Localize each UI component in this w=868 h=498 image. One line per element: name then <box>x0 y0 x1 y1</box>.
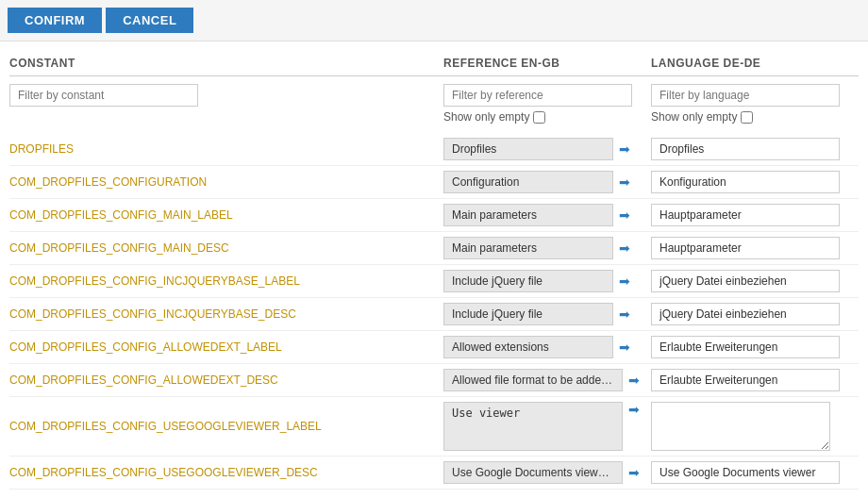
ref-cell: Include jQuery file ➡ <box>443 270 651 292</box>
table-row: COM_DROPFILES_CONFIG_USEGOOGLEVIEWER_LAB… <box>9 397 859 456</box>
constant-cell: COM_DROPFILES_CONFIG_MAIN_DESC <box>9 241 443 255</box>
constant-cell: COM_DROPFILES_CONFIG_INCJQUERYBASE_DESC <box>9 307 443 321</box>
language-input[interactable] <box>651 336 840 358</box>
table-row: COM_DROPFILES_CONFIG_ALLOWEDEXT_DESC All… <box>9 364 859 397</box>
lang-cell[interactable] <box>651 461 868 484</box>
ref-cell: Use Google Documents viewer for f… ➡ <box>443 461 651 484</box>
constant-cell: COM_DROPFILES_CONFIG_ALLOWEDEXT_DESC <box>9 374 443 387</box>
arrow-icon: ➡ <box>619 274 630 289</box>
constant-cell: COM_DROPFILES_CONFIG_USEGOOGLEVIEWER_DES… <box>9 466 443 479</box>
arrow-icon: ➡ <box>628 465 640 480</box>
filter-constant-input[interactable] <box>9 84 198 107</box>
table-row: COM_DROPFILES_CONFIG_INCJQUERYBASE_DESC … <box>9 298 859 331</box>
top-bar: CONFIRM CANCEL <box>0 0 868 42</box>
language-input[interactable] <box>651 138 840 160</box>
constant-header: CONSTANT <box>9 57 443 70</box>
table-row: COM_DROPFILES_CONFIG_MAIN_LABEL Main par… <box>9 199 859 232</box>
ref-cell: Allowed file format to be added as c… ➡ <box>443 369 651 391</box>
language-input[interactable] <box>651 237 840 259</box>
table-row: DROPFILES Dropfiles ➡ <box>9 133 859 166</box>
table-row: COM_DROPFILES_CONFIG_USEGOOGLEVIEWER_DES… <box>9 456 859 490</box>
table-row: COM_DROPFILES_CONFIG_ALLOWEDEXT_LABEL Al… <box>9 331 859 364</box>
reference-value: Use Google Documents viewer for f… <box>443 461 623 484</box>
language-input[interactable] <box>651 204 840 226</box>
lang-cell[interactable] <box>651 336 868 358</box>
language-textarea[interactable] <box>651 402 830 451</box>
reference-header: REFERENCE EN-GB <box>443 57 651 70</box>
language-header: LANGUAGE DE-DE <box>651 57 868 70</box>
constant-cell: COM_DROPFILES_CONFIG_USEGOOGLEVIEWER_LAB… <box>9 420 443 433</box>
language-input[interactable] <box>651 369 840 391</box>
constant-cell: COM_DROPFILES_CONFIGURATION <box>9 175 443 189</box>
table-row: COM_DROPFILES_CONFIG_MAIN_DESC Main para… <box>9 232 859 265</box>
arrow-icon: ➡ <box>619 208 630 223</box>
arrow-icon: ➡ <box>628 402 640 417</box>
arrow-icon: ➡ <box>619 340 630 355</box>
ref-cell: Allowed extensions ➡ <box>443 336 651 358</box>
ref-cell: Include jQuery file ➡ <box>443 303 651 325</box>
constant-cell: DROPFILES <box>9 142 443 156</box>
reference-value: Include jQuery file <box>443 270 613 292</box>
filter-reference-input[interactable] <box>443 84 632 107</box>
reference-value: Include jQuery file <box>443 303 613 325</box>
show-only-empty-ref-label: Show only empty <box>443 110 529 124</box>
show-only-empty-lang-checkbox[interactable] <box>741 111 753 124</box>
arrow-icon: ➡ <box>619 307 630 322</box>
ref-cell: Main parameters ➡ <box>443 237 651 259</box>
reference-value: Configuration <box>443 171 613 193</box>
ref-cell: Use viewer ➡ <box>443 402 651 451</box>
lang-cell[interactable] <box>651 270 868 292</box>
reference-value: Allowed file format to be added as c… <box>443 369 623 391</box>
constant-cell: COM_DROPFILES_CONFIG_MAIN_LABEL <box>9 208 443 222</box>
arrow-icon: ➡ <box>619 174 630 190</box>
constant-cell: COM_DROPFILES_CONFIG_ALLOWEDEXT_LABEL <box>9 340 443 354</box>
language-input[interactable] <box>651 461 840 484</box>
reference-textarea: Use viewer <box>443 402 623 451</box>
arrow-icon: ➡ <box>628 373 640 388</box>
ref-cell: Dropfiles ➡ <box>443 138 651 160</box>
reference-value: Main parameters <box>443 204 613 226</box>
language-input[interactable] <box>651 270 840 292</box>
show-only-empty-ref-checkbox[interactable] <box>533 111 545 124</box>
constant-cell: COM_DROPFILES_CONFIG_INCJQUERYBASE_LABEL <box>9 274 443 288</box>
filter-language-input[interactable] <box>651 84 840 107</box>
arrow-icon: ➡ <box>619 241 630 256</box>
reference-value: Dropfiles <box>443 138 613 160</box>
arrow-icon: ➡ <box>619 141 630 157</box>
lang-cell[interactable] <box>651 303 868 325</box>
table-row: COM_DROPFILES_CONFIGURATION Configuratio… <box>9 166 859 199</box>
lang-cell[interactable] <box>651 138 868 160</box>
ref-cell: Configuration ➡ <box>443 171 651 193</box>
lang-cell[interactable] <box>651 204 868 226</box>
language-input[interactable] <box>651 171 840 193</box>
lang-cell[interactable] <box>651 237 868 259</box>
reference-value: Main parameters <box>443 237 613 259</box>
table-row: COM_DROPFILES_CONFIG_INCJQUERYBASE_LABEL… <box>9 265 859 298</box>
lang-cell[interactable] <box>651 369 868 391</box>
cancel-button[interactable]: CANCEL <box>106 8 193 33</box>
show-only-empty-lang-label: Show only empty <box>651 110 737 124</box>
lang-cell[interactable] <box>651 402 868 451</box>
reference-value: Allowed extensions <box>443 336 613 358</box>
language-input[interactable] <box>651 303 840 325</box>
confirm-button[interactable]: CONFIRM <box>8 8 102 33</box>
ref-cell: Main parameters ➡ <box>443 204 651 226</box>
lang-cell[interactable] <box>651 171 868 193</box>
